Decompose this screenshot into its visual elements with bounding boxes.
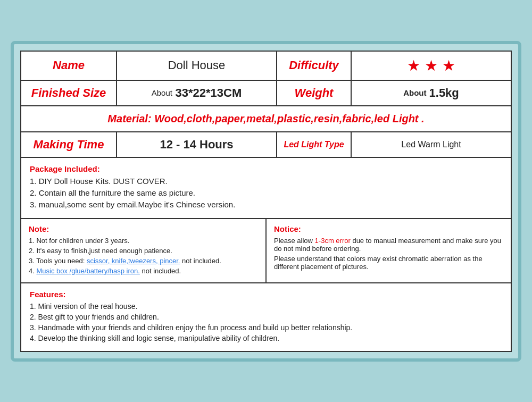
led-value: Led Warm Light bbox=[401, 140, 461, 149]
difficulty-label-cell: Difficulty bbox=[277, 52, 352, 80]
weight-value-cell: About 1.5kg bbox=[352, 81, 511, 105]
notice-color-item: Please understand that colors may exist … bbox=[274, 255, 503, 271]
star-3: ★ bbox=[442, 57, 455, 74]
row-name: Name Doll House Difficulty ★ ★ ★ bbox=[21, 52, 511, 81]
row-package: Package Included: 1. DIY Doll House Kits… bbox=[21, 158, 511, 219]
package-item-3: 3. manual,some sent by email.Maybe it's … bbox=[30, 200, 502, 209]
led-label: Led Light Type bbox=[284, 140, 344, 149]
tools-link: scissor, knife,tweezers, pincer. bbox=[87, 257, 180, 265]
features-item-1: 1. Mini version of the real house. bbox=[30, 302, 502, 311]
name-value: Doll House bbox=[168, 58, 226, 72]
size-label: Finished Size bbox=[31, 86, 106, 100]
row-material: Material: Wood,cloth,paper,metal,plastic… bbox=[21, 106, 511, 132]
note-item-4: 4. Music box /glue/battery/hasp iron. no… bbox=[29, 267, 258, 275]
weight-label-cell: Weight bbox=[277, 81, 352, 105]
led-label-cell: Led Light Type bbox=[277, 132, 352, 157]
star-1: ★ bbox=[407, 57, 420, 74]
info-card: Name Doll House Difficulty ★ ★ ★ Finishe… bbox=[20, 51, 512, 352]
features-item-4: 4. Develop the thinking skill and logic … bbox=[30, 334, 502, 342]
notice-error-item: Please allow 1-3cm error due to manual m… bbox=[274, 237, 503, 253]
difficulty-label: Difficulty bbox=[289, 58, 339, 72]
accessories-link: Music box /glue/battery/hasp iron. bbox=[36, 267, 139, 275]
material-text: Material: Wood,cloth,paper,metal,plastic… bbox=[107, 113, 424, 124]
time-label: Making Time bbox=[34, 138, 104, 152]
led-value-cell: Led Warm Light bbox=[352, 132, 511, 157]
package-item-2: 2. Contain all the furniture the same as… bbox=[30, 188, 502, 197]
features-item-3: 3. Handmade with your friends and childr… bbox=[30, 323, 502, 332]
row-time: Making Time 12 - 14 Hours Led Light Type… bbox=[21, 132, 511, 158]
outer-border: Name Doll House Difficulty ★ ★ ★ Finishe… bbox=[11, 41, 521, 362]
error-range: 1-3cm error bbox=[315, 237, 351, 245]
features-item-2: 2. Best gift to your friends and childre… bbox=[30, 313, 502, 321]
time-label-cell: Making Time bbox=[21, 132, 117, 157]
note-item-2: 2. It's easy to finish,just need enough … bbox=[29, 247, 258, 255]
note-cell: Note: 1. Not for children under 3 years.… bbox=[21, 219, 267, 282]
weight-value: 1.5kg bbox=[429, 86, 459, 100]
time-value: 12 - 14 Hours bbox=[160, 138, 233, 152]
weight-label: Weight bbox=[295, 86, 334, 100]
name-label-cell: Name bbox=[21, 52, 117, 80]
star-2: ★ bbox=[425, 57, 438, 74]
notice-cell: Notice: Please allow 1-3cm error due to … bbox=[267, 219, 511, 282]
row-size: Finished Size About 33*22*13CM Weight Ab… bbox=[21, 81, 511, 106]
notice-title: Notice: bbox=[274, 224, 503, 233]
note-title: Note: bbox=[29, 224, 258, 233]
time-value-cell: 12 - 14 Hours bbox=[117, 132, 277, 157]
size-dimensions: 33*22*13CM bbox=[176, 86, 242, 100]
package-item-1: 1. DIY Doll House Kits. DUST COVER. bbox=[30, 177, 502, 186]
row-features: Features: 1. Mini version of the real ho… bbox=[21, 283, 511, 351]
size-label-cell: Finished Size bbox=[21, 81, 117, 105]
name-label: Name bbox=[53, 58, 85, 72]
note-item-3: 3. Tools you need: scissor, knife,tweeze… bbox=[29, 257, 258, 265]
size-about: About bbox=[152, 88, 172, 97]
package-title: Package Included: bbox=[30, 164, 502, 173]
name-value-cell: Doll House bbox=[117, 52, 277, 80]
weight-about: About bbox=[403, 88, 426, 97]
size-value-cell: About 33*22*13CM bbox=[117, 81, 277, 105]
features-title: Features: bbox=[30, 290, 502, 299]
row-notes: Note: 1. Not for children under 3 years.… bbox=[21, 219, 511, 283]
note-item-1: 1. Not for children under 3 years. bbox=[29, 237, 258, 245]
difficulty-stars-cell: ★ ★ ★ bbox=[352, 52, 511, 80]
